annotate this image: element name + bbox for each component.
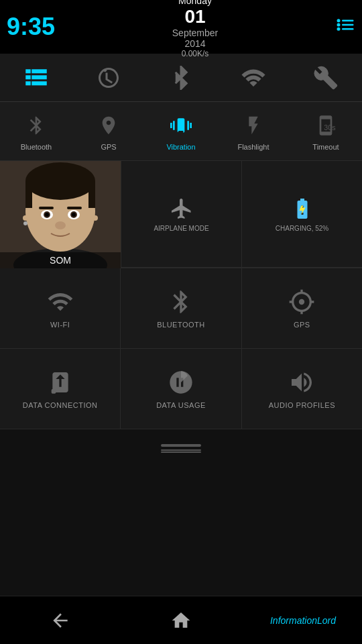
wifi-cell[interactable]: WI-FI	[0, 268, 121, 348]
bluetooth-toggle-label: Bluetooth	[21, 143, 52, 151]
svg-point-18	[25, 162, 95, 200]
bluetooth-quick-icon[interactable]	[147, 58, 215, 98]
back-button[interactable]	[27, 600, 94, 641]
svg-point-0	[337, 19, 340, 22]
profile-picture[interactable]: SOM	[0, 161, 121, 268]
charging-label: CHARGING, 52%	[273, 225, 331, 232]
status-bar: 9:35 Monday 01 September2014 0.00K/s	[0, 0, 362, 54]
data-usage-cell[interactable]: DATA USAGE	[121, 349, 241, 429]
vibration-toggle[interactable]: Vibration	[147, 112, 215, 151]
vibration-toggle-label: Vibration	[166, 143, 195, 151]
svg-rect-8	[26, 76, 30, 79]
rotate-icon-btn[interactable]	[75, 58, 142, 98]
bluetooth-cell-label: BLUETOOTH	[157, 321, 205, 329]
svg-rect-35	[161, 449, 201, 451]
svg-rect-20	[88, 181, 95, 208]
home-button[interactable]	[147, 600, 215, 641]
profile-name: SOM	[0, 252, 121, 268]
svg-rect-1	[342, 19, 354, 21]
data-connection-label: DATA CONNECTION	[23, 401, 98, 409]
brand-text: InformationLord	[270, 615, 336, 626]
svg-rect-10	[26, 82, 30, 85]
svg-rect-36	[161, 451, 201, 453]
menu-icon[interactable]	[335, 15, 355, 40]
list-icon-btn[interactable]	[3, 58, 70, 98]
svg-point-4	[337, 27, 340, 30]
data-usage-label: DATA USAGE	[156, 401, 206, 409]
svg-rect-7	[32, 70, 46, 73]
data-connection-cell[interactable]: DATA CONNECTION	[0, 349, 121, 429]
bluetooth-cell[interactable]: BLUETOOTH	[121, 268, 241, 348]
audio-profiles-cell[interactable]: AUDIO PROFILES	[242, 349, 362, 429]
flashlight-toggle[interactable]: Flashlight	[220, 112, 287, 151]
svg-rect-9	[32, 76, 46, 79]
date-block: Monday 01 September2014 0.00K/s	[172, 0, 218, 58]
timeout-toggle-icon: 30s	[312, 112, 339, 139]
svg-rect-19	[25, 181, 32, 208]
toggle-row: Bluetooth GPS Vibration Flashlight	[0, 102, 362, 161]
info-panel: AIRPLANE MODE CHARGING, 52%	[121, 161, 362, 268]
svg-point-26	[72, 213, 76, 217]
tools-quick-icon[interactable]	[292, 58, 359, 98]
svg-rect-3	[342, 23, 354, 25]
gps-cell-label: GPS	[294, 321, 310, 329]
svg-rect-5	[342, 28, 354, 30]
vibration-toggle-icon	[168, 112, 194, 139]
main-panel: SOM AIRPLANE MODE CHARGING, 52%	[0, 161, 362, 429]
svg-point-30	[23, 215, 28, 221]
svg-point-29	[55, 221, 66, 229]
gps-toggle-label: GPS	[101, 143, 116, 151]
bluetooth-toggle-icon	[23, 112, 50, 139]
wifi-cell-label: WI-FI	[50, 321, 70, 329]
profile-row: SOM AIRPLANE MODE CHARGING, 52%	[0, 161, 362, 268]
date-number: 01	[172, 6, 218, 28]
info-top-row: AIRPLANE MODE CHARGING, 52%	[121, 161, 362, 268]
gps-toggle-icon	[95, 112, 122, 139]
grid-row-2: DATA CONNECTION DATA USAGE AUDIO PROFILE…	[0, 349, 362, 429]
charging-cell[interactable]: CHARGING, 52%	[241, 161, 362, 268]
drag-bar[interactable]	[0, 429, 362, 462]
svg-text:30s: 30s	[324, 123, 335, 131]
airplane-mode-cell[interactable]: AIRPLANE MODE	[121, 161, 241, 268]
svg-point-32	[23, 221, 27, 225]
nav-bar: InformationLord	[0, 596, 362, 644]
bluetooth-toggle[interactable]: Bluetooth	[3, 112, 70, 151]
airplane-mode-label: AIRPLANE MODE	[151, 225, 211, 232]
grid-row-1: WI-FI BLUETOOTH GPS	[0, 268, 362, 349]
timeout-toggle-label: Timeout	[312, 143, 339, 151]
flashlight-toggle-icon	[240, 112, 267, 139]
svg-point-25	[45, 213, 49, 217]
month-year: September2014	[172, 28, 218, 49]
audio-profiles-label: AUDIO PROFILES	[269, 401, 335, 409]
svg-point-33	[299, 299, 304, 304]
day-name: Monday	[172, 0, 218, 6]
svg-rect-6	[26, 70, 30, 73]
svg-rect-34	[51, 389, 56, 394]
gps-toggle[interactable]: GPS	[75, 112, 142, 151]
recents-button[interactable]: InformationLord	[268, 600, 335, 641]
time-display: 9:35	[7, 13, 55, 41]
svg-rect-11	[32, 82, 46, 85]
svg-rect-28	[67, 207, 82, 209]
svg-point-31	[93, 215, 98, 221]
timeout-toggle[interactable]: 30s Timeout	[292, 112, 359, 151]
flashlight-toggle-label: Flashlight	[237, 143, 269, 151]
quick-settings-bar	[0, 54, 362, 102]
wifi-quick-icon[interactable]	[220, 58, 287, 98]
svg-point-2	[337, 23, 340, 26]
drag-indicator	[161, 444, 201, 447]
gps-cell[interactable]: GPS	[242, 268, 362, 348]
svg-rect-27	[39, 207, 54, 209]
